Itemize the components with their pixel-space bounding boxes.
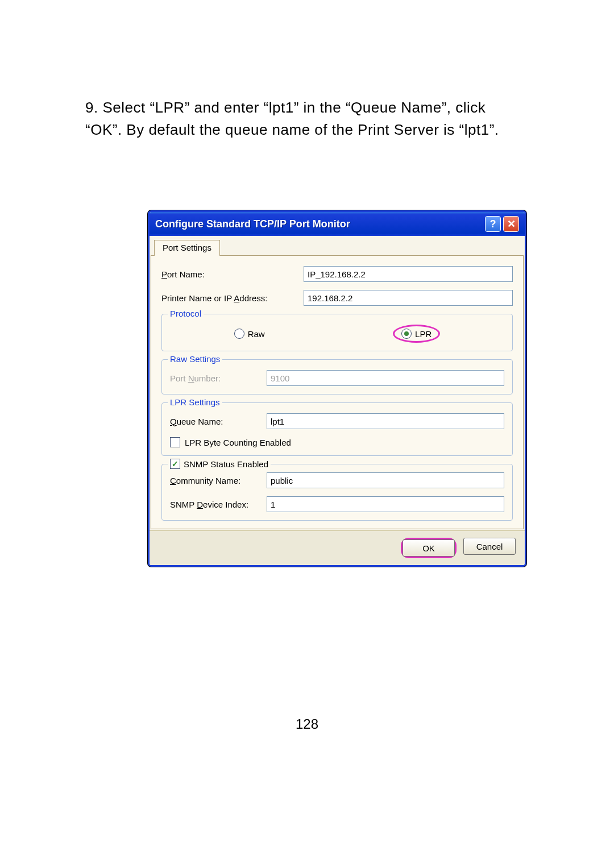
close-icon[interactable]: ✕	[503, 216, 519, 232]
protocol-legend: Protocol	[168, 309, 204, 318]
protocol-radios: Raw LPR	[170, 325, 504, 343]
help-icon[interactable]: ?	[485, 216, 501, 232]
port-name-label: PPort Name:ort Name:	[161, 269, 304, 279]
group-lpr-settings: LPR Settings Queue Name: LPR Byte Counti…	[161, 402, 513, 456]
tab-bar: Port Settings	[151, 237, 524, 255]
dialog-body: Port Settings PPort Name:ort Name: Print…	[150, 236, 525, 530]
lpr-byte-checkbox[interactable]	[170, 437, 180, 447]
printer-address-label: Printer Name or IP Address:	[161, 293, 304, 303]
titlebar-buttons: ? ✕	[485, 216, 519, 232]
label-pre: Printer Name or IP	[161, 293, 234, 303]
row-raw-port: Port Number:	[170, 370, 504, 386]
device-index-input[interactable]	[267, 496, 504, 512]
radio-lpr[interactable]: LPR	[401, 329, 432, 339]
label-post: ddress:	[239, 293, 267, 303]
printer-address-input[interactable]	[304, 290, 513, 306]
highlight-ok: OK	[401, 538, 457, 558]
queue-name-input[interactable]	[267, 413, 504, 429]
button-row: OK Cancel	[150, 530, 525, 565]
label-u: A	[234, 293, 239, 303]
group-raw-settings: Raw Settings Port Number:	[161, 359, 513, 394]
radio-raw-indicator	[234, 329, 244, 339]
group-protocol: Protocol Raw LPR	[161, 314, 513, 351]
instruction-text: 9. Select “LPR” and enter “lpt1” in the …	[85, 97, 523, 141]
highlight-lpr: LPR	[393, 325, 440, 343]
snmp-label: SNMP Status Enabled	[184, 459, 268, 469]
row-port-name: PPort Name:ort Name:	[161, 266, 513, 282]
community-label: Community Name:	[170, 476, 267, 485]
row-lpr-byte: LPR Byte Counting Enabled	[170, 437, 504, 447]
community-input[interactable]	[267, 472, 504, 488]
settings-panel: PPort Name:ort Name: Printer Name or IP …	[151, 255, 524, 529]
port-name-input[interactable]	[304, 266, 513, 282]
device-index-label: SNMP Device Index:	[170, 500, 267, 509]
row-community: Community Name:	[170, 472, 504, 488]
dialog-title: Configure Standard TCP/IP Port Monitor	[155, 218, 350, 230]
raw-legend: Raw Settings	[168, 354, 222, 364]
page-number: 128	[0, 716, 614, 732]
lpr-byte-label: LPR Byte Counting Enabled	[185, 438, 291, 447]
radio-lpr-indicator	[401, 329, 412, 339]
row-queue-name: Queue Name:	[170, 413, 504, 429]
snmp-checkbox[interactable]	[170, 459, 180, 469]
ok-button[interactable]: OK	[403, 539, 455, 556]
dialog-window: Configure Standard TCP/IP Port Monitor ?…	[148, 210, 526, 567]
snmp-legend: SNMP Status Enabled	[168, 459, 271, 469]
cancel-button[interactable]: Cancel	[463, 538, 516, 555]
queue-name-label: Queue Name:	[170, 417, 267, 426]
row-device-index: SNMP Device Index:	[170, 496, 504, 512]
group-snmp: SNMP Status Enabled Community Name: SNMP…	[161, 464, 513, 521]
row-printer-address: Printer Name or IP Address:	[161, 290, 513, 306]
raw-port-input	[267, 370, 504, 386]
titlebar: Configure Standard TCP/IP Port Monitor ?…	[150, 212, 525, 236]
tab-port-settings[interactable]: Port Settings	[154, 240, 220, 256]
lpr-legend: LPR Settings	[168, 397, 222, 407]
raw-port-label: Port Number:	[170, 373, 267, 383]
radio-raw[interactable]: Raw	[234, 329, 265, 339]
